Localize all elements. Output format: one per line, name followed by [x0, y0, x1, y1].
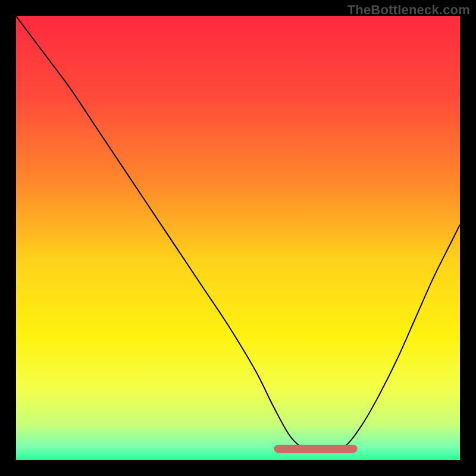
plot-area [16, 16, 460, 460]
bottleneck-curve [16, 16, 460, 452]
chart-frame: TheBottleneck.com [0, 0, 476, 476]
watermark-text: TheBottleneck.com [347, 2, 470, 18]
curve-layer [16, 16, 460, 460]
